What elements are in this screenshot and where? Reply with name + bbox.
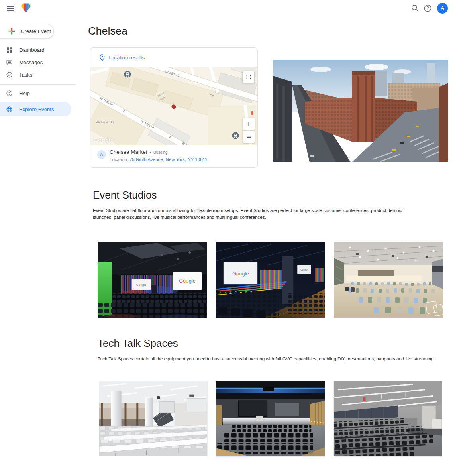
fullscreen-icon — [246, 74, 251, 80]
result-name: Chelsea Market — [110, 149, 147, 155]
map-watermark: Google — [94, 137, 114, 143]
location-card-header: Location results — [90, 48, 257, 67]
messages-icon — [6, 59, 13, 66]
gem-logo — [20, 2, 32, 14]
event-studios-description: Event Studios are flat floor auditoriums… — [93, 207, 408, 221]
app-root: ? A Create Event Dashboard — [0, 0, 455, 476]
sidebar-item-label: Tasks — [19, 72, 32, 78]
help-icon: ? — [6, 90, 13, 97]
dot-separator: • — [150, 150, 151, 155]
sidebar-item-help[interactable]: ? Help — [0, 87, 76, 100]
transit-station-icon — [232, 132, 239, 139]
map-fullscreen-button[interactable] — [243, 71, 254, 83]
search-icon[interactable] — [411, 4, 419, 12]
topbar: ? A — [0, 0, 455, 16]
menu-icon[interactable] — [5, 3, 16, 14]
location-results-label: Location results — [108, 55, 145, 61]
tasks-icon — [6, 71, 13, 78]
result-type: Building — [153, 150, 168, 155]
photo-event-studio-3 — [334, 242, 443, 318]
map-zoom-in-button[interactable]: + — [243, 118, 255, 130]
photo-event-studio-2: Google Google — [216, 242, 325, 318]
photo-tech-talk-2 — [216, 381, 325, 457]
sidebar-item-label: Help — [19, 90, 30, 96]
screen-google-label: Google — [136, 283, 147, 287]
photo-tech-talk-3 — [333, 381, 442, 457]
photo-event-studio-1: Google Google — [98, 242, 207, 318]
tech-talk-description: Tech Talk Spaces contain all the equipme… — [98, 356, 435, 362]
create-event-button[interactable]: Create Event — [0, 24, 54, 39]
create-event-label: Create Event — [21, 28, 51, 34]
sidebar-item-explore-events[interactable]: Explore Events — [0, 102, 71, 116]
svg-text:?: ? — [427, 6, 429, 10]
transit-station-icon — [124, 71, 131, 78]
sidebar: Create Event Dashboard Messages Tasks — [0, 16, 88, 476]
sidebar-divider — [0, 84, 76, 85]
svg-text:?: ? — [8, 91, 10, 95]
screen-google-label: Google — [179, 278, 196, 284]
photo-chelsea-market-building — [273, 60, 448, 162]
map-marker[interactable] — [172, 105, 176, 109]
avatar[interactable]: A — [437, 3, 448, 14]
map-zoom-out-button[interactable]: − — [243, 131, 255, 143]
dashboard-icon — [6, 47, 13, 53]
page-title: Chelsea — [88, 25, 127, 37]
map-canvas: W 16th St W 15th St W 15th St W 1 Water … — [90, 67, 258, 145]
photo-tech-talk-1 — [99, 381, 208, 456]
sidebar-item-label: Messages — [19, 59, 43, 65]
location-result-row[interactable]: A Chelsea Market • Building Location: 75… — [90, 145, 257, 168]
location-results-card: Location results — [90, 47, 258, 168]
sidebar-item-dashboard[interactable]: Dashboard — [0, 43, 76, 56]
sidebar-item-label: Explore Events — [19, 106, 54, 112]
screen-google-label: Google — [300, 269, 308, 271]
sidebar-item-tasks[interactable]: Tasks — [0, 68, 76, 81]
result-marker-badge: A — [97, 150, 106, 159]
screen-google-label: Google — [232, 271, 249, 277]
map-pin-icon — [98, 54, 106, 61]
section-title-tech-talk: Tech Talk Spaces — [98, 337, 178, 350]
plus-multicolor-icon — [8, 28, 16, 35]
sidebar-item-label: Dashboard — [19, 47, 45, 53]
address-link[interactable]: 75 Ninth Avenue, New York, NY 10011 — [129, 157, 208, 162]
section-title-event-studios: Event Studios — [93, 189, 157, 201]
map-area-label: US-NYC-450 — [96, 120, 114, 124]
map-small-poi-icon — [251, 111, 253, 115]
help-icon[interactable]: ? — [424, 4, 432, 12]
sidebar-item-messages[interactable]: Messages — [0, 56, 76, 69]
map[interactable]: W 16th St W 15th St W 15th St W 1 Water … — [90, 67, 258, 145]
location-label: Location: — [110, 157, 128, 162]
globe-icon — [6, 106, 13, 113]
